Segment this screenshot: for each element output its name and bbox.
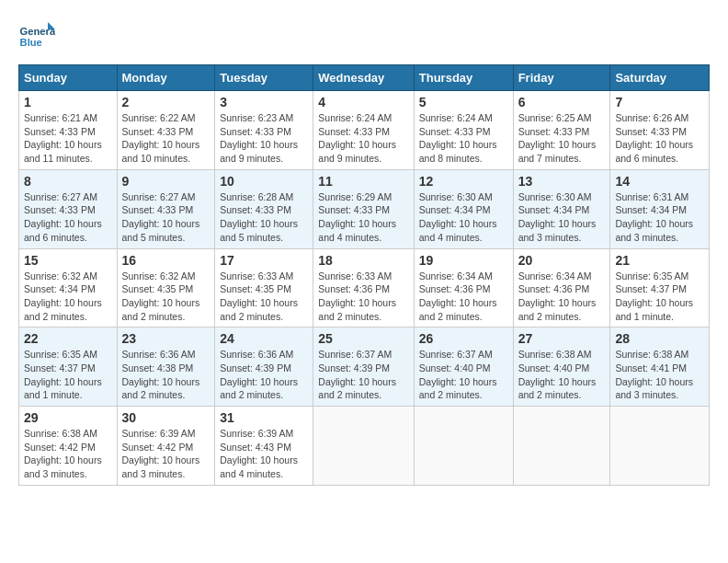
calendar-cell: 4Sunrise: 6:24 AM Sunset: 4:33 PM Daylig… bbox=[313, 91, 414, 170]
day-info: Sunrise: 6:35 AM Sunset: 4:37 PM Dayligh… bbox=[615, 270, 704, 324]
day-info: Sunrise: 6:38 AM Sunset: 4:42 PM Dayligh… bbox=[24, 427, 112, 481]
calendar-cell: 19Sunrise: 6:34 AM Sunset: 4:36 PM Dayli… bbox=[414, 248, 513, 327]
calendar-cell: 27Sunrise: 6:38 AM Sunset: 4:40 PM Dayli… bbox=[513, 327, 610, 407]
day-number: 1 bbox=[24, 95, 112, 109]
calendar-cell: 28Sunrise: 6:38 AM Sunset: 4:41 PM Dayli… bbox=[610, 327, 710, 407]
calendar-cell: 11Sunrise: 6:29 AM Sunset: 4:33 PM Dayli… bbox=[313, 169, 414, 248]
day-number: 23 bbox=[122, 331, 210, 346]
day-number: 15 bbox=[24, 253, 112, 268]
day-number: 29 bbox=[24, 410, 112, 425]
day-number: 13 bbox=[518, 174, 606, 189]
calendar-cell bbox=[414, 407, 513, 486]
calendar-cell bbox=[313, 407, 414, 486]
header: General Blue bbox=[18, 18, 710, 55]
day-info: Sunrise: 6:39 AM Sunset: 4:42 PM Dayligh… bbox=[122, 427, 210, 481]
calendar-cell: 20Sunrise: 6:34 AM Sunset: 4:36 PM Dayli… bbox=[513, 248, 610, 327]
day-info: Sunrise: 6:28 AM Sunset: 4:33 PM Dayligh… bbox=[220, 190, 308, 245]
calendar-cell bbox=[513, 407, 610, 486]
day-number: 3 bbox=[220, 95, 308, 109]
day-info: Sunrise: 6:33 AM Sunset: 4:35 PM Dayligh… bbox=[220, 270, 308, 324]
day-info: Sunrise: 6:32 AM Sunset: 4:34 PM Dayligh… bbox=[24, 270, 112, 324]
day-info: Sunrise: 6:36 AM Sunset: 4:39 PM Dayligh… bbox=[220, 348, 308, 402]
day-header-tuesday: Tuesday bbox=[215, 65, 313, 91]
day-number: 21 bbox=[615, 253, 704, 268]
calendar-cell: 29Sunrise: 6:38 AM Sunset: 4:42 PM Dayli… bbox=[19, 407, 118, 486]
day-info: Sunrise: 6:29 AM Sunset: 4:33 PM Dayligh… bbox=[318, 190, 408, 245]
day-number: 16 bbox=[122, 253, 210, 268]
calendar-week-row: 8Sunrise: 6:27 AM Sunset: 4:33 PM Daylig… bbox=[19, 169, 710, 248]
calendar-cell: 22Sunrise: 6:35 AM Sunset: 4:37 PM Dayli… bbox=[19, 327, 118, 407]
calendar-cell: 5Sunrise: 6:24 AM Sunset: 4:33 PM Daylig… bbox=[414, 91, 513, 170]
calendar-cell: 21Sunrise: 6:35 AM Sunset: 4:37 PM Dayli… bbox=[610, 248, 710, 327]
day-number: 2 bbox=[122, 95, 210, 109]
calendar-cell: 18Sunrise: 6:33 AM Sunset: 4:36 PM Dayli… bbox=[313, 248, 414, 327]
calendar-cell: 31Sunrise: 6:39 AM Sunset: 4:43 PM Dayli… bbox=[215, 407, 313, 486]
day-number: 26 bbox=[419, 331, 508, 346]
day-info: Sunrise: 6:34 AM Sunset: 4:36 PM Dayligh… bbox=[419, 270, 508, 324]
day-info: Sunrise: 6:26 AM Sunset: 4:33 PM Dayligh… bbox=[615, 111, 704, 166]
calendar-cell: 12Sunrise: 6:30 AM Sunset: 4:34 PM Dayli… bbox=[414, 169, 513, 248]
day-number: 18 bbox=[318, 253, 408, 268]
day-info: Sunrise: 6:38 AM Sunset: 4:41 PM Dayligh… bbox=[615, 348, 704, 402]
day-info: Sunrise: 6:35 AM Sunset: 4:37 PM Dayligh… bbox=[24, 348, 112, 402]
day-number: 28 bbox=[615, 331, 704, 346]
day-info: Sunrise: 6:37 AM Sunset: 4:39 PM Dayligh… bbox=[318, 348, 408, 402]
day-info: Sunrise: 6:25 AM Sunset: 4:33 PM Dayligh… bbox=[518, 111, 606, 166]
logo-icon: General Blue bbox=[18, 18, 55, 55]
calendar-cell: 3Sunrise: 6:23 AM Sunset: 4:33 PM Daylig… bbox=[215, 91, 313, 170]
calendar-cell: 30Sunrise: 6:39 AM Sunset: 4:42 PM Dayli… bbox=[117, 407, 215, 486]
calendar-cell: 13Sunrise: 6:30 AM Sunset: 4:34 PM Dayli… bbox=[513, 169, 610, 248]
day-info: Sunrise: 6:24 AM Sunset: 4:33 PM Dayligh… bbox=[419, 111, 508, 166]
calendar-cell: 15Sunrise: 6:32 AM Sunset: 4:34 PM Dayli… bbox=[19, 248, 118, 327]
calendar-week-row: 15Sunrise: 6:32 AM Sunset: 4:34 PM Dayli… bbox=[19, 248, 710, 327]
calendar-header-row: SundayMondayTuesdayWednesdayThursdayFrid… bbox=[19, 65, 710, 91]
day-info: Sunrise: 6:27 AM Sunset: 4:33 PM Dayligh… bbox=[24, 190, 112, 245]
day-number: 27 bbox=[518, 331, 606, 346]
day-header-wednesday: Wednesday bbox=[313, 65, 414, 91]
day-header-saturday: Saturday bbox=[610, 65, 710, 91]
calendar-cell: 2Sunrise: 6:22 AM Sunset: 4:33 PM Daylig… bbox=[117, 91, 215, 170]
calendar-week-row: 29Sunrise: 6:38 AM Sunset: 4:42 PM Dayli… bbox=[19, 407, 710, 486]
calendar-cell: 16Sunrise: 6:32 AM Sunset: 4:35 PM Dayli… bbox=[117, 248, 215, 327]
day-number: 7 bbox=[615, 95, 704, 109]
day-number: 25 bbox=[318, 331, 408, 346]
day-number: 9 bbox=[122, 174, 210, 189]
calendar-cell: 14Sunrise: 6:31 AM Sunset: 4:34 PM Dayli… bbox=[610, 169, 710, 248]
day-header-monday: Monday bbox=[117, 65, 215, 91]
day-info: Sunrise: 6:30 AM Sunset: 4:34 PM Dayligh… bbox=[419, 190, 508, 245]
calendar-cell: 6Sunrise: 6:25 AM Sunset: 4:33 PM Daylig… bbox=[513, 91, 610, 170]
calendar-cell: 17Sunrise: 6:33 AM Sunset: 4:35 PM Dayli… bbox=[215, 248, 313, 327]
day-header-sunday: Sunday bbox=[19, 65, 118, 91]
day-info: Sunrise: 6:32 AM Sunset: 4:35 PM Dayligh… bbox=[122, 270, 210, 324]
day-number: 10 bbox=[220, 174, 308, 189]
calendar-cell: 7Sunrise: 6:26 AM Sunset: 4:33 PM Daylig… bbox=[610, 91, 710, 170]
day-number: 30 bbox=[122, 410, 210, 425]
logo: General Blue bbox=[18, 18, 59, 55]
calendar-cell: 26Sunrise: 6:37 AM Sunset: 4:40 PM Dayli… bbox=[414, 327, 513, 407]
svg-text:Blue: Blue bbox=[20, 37, 42, 48]
calendar-cell: 10Sunrise: 6:28 AM Sunset: 4:33 PM Dayli… bbox=[215, 169, 313, 248]
calendar-week-row: 1Sunrise: 6:21 AM Sunset: 4:33 PM Daylig… bbox=[19, 91, 710, 170]
calendar-cell: 8Sunrise: 6:27 AM Sunset: 4:33 PM Daylig… bbox=[19, 169, 118, 248]
day-info: Sunrise: 6:39 AM Sunset: 4:43 PM Dayligh… bbox=[220, 427, 308, 481]
day-number: 24 bbox=[220, 331, 308, 346]
day-number: 17 bbox=[220, 253, 308, 268]
day-header-thursday: Thursday bbox=[414, 65, 513, 91]
calendar-cell: 23Sunrise: 6:36 AM Sunset: 4:38 PM Dayli… bbox=[117, 327, 215, 407]
day-info: Sunrise: 6:37 AM Sunset: 4:40 PM Dayligh… bbox=[419, 348, 508, 402]
day-number: 14 bbox=[615, 174, 704, 189]
calendar-cell: 25Sunrise: 6:37 AM Sunset: 4:39 PM Dayli… bbox=[313, 327, 414, 407]
day-number: 5 bbox=[419, 95, 508, 109]
calendar-cell: 1Sunrise: 6:21 AM Sunset: 4:33 PM Daylig… bbox=[19, 91, 118, 170]
day-number: 8 bbox=[24, 174, 112, 189]
day-info: Sunrise: 6:30 AM Sunset: 4:34 PM Dayligh… bbox=[518, 190, 606, 245]
day-number: 19 bbox=[419, 253, 508, 268]
day-info: Sunrise: 6:34 AM Sunset: 4:36 PM Dayligh… bbox=[518, 270, 606, 324]
day-info: Sunrise: 6:27 AM Sunset: 4:33 PM Dayligh… bbox=[122, 190, 210, 245]
day-info: Sunrise: 6:38 AM Sunset: 4:40 PM Dayligh… bbox=[518, 348, 606, 402]
day-info: Sunrise: 6:23 AM Sunset: 4:33 PM Dayligh… bbox=[220, 111, 308, 166]
day-number: 20 bbox=[518, 253, 606, 268]
day-number: 31 bbox=[220, 410, 308, 425]
day-number: 11 bbox=[318, 174, 408, 189]
day-number: 6 bbox=[518, 95, 606, 109]
